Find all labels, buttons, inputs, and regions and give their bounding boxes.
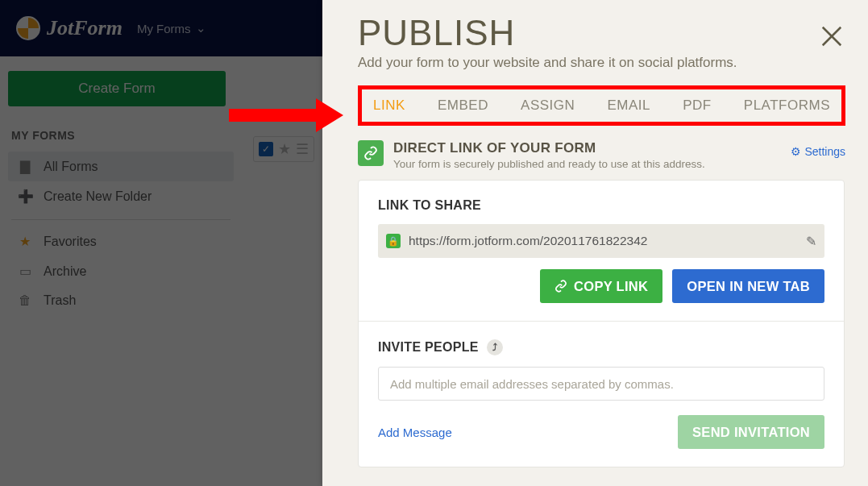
share-link-field[interactable]: 🔒 https://form.jotform.com/2020117618223… — [378, 224, 824, 258]
modal-backdrop[interactable] — [0, 0, 322, 486]
open-new-tab-button[interactable]: OPEN IN NEW TAB — [672, 269, 824, 303]
link-icon — [554, 280, 567, 293]
invite-email-input[interactable]: Add multiple email addresses separated b… — [378, 367, 824, 401]
close-button[interactable] — [820, 24, 844, 52]
tab-assign[interactable]: ASSIGN — [521, 98, 575, 114]
gear-icon: ⚙ — [791, 145, 801, 158]
close-icon — [820, 24, 844, 48]
upload-icon[interactable]: ⤴ — [487, 339, 503, 355]
send-invitation-button[interactable]: SEND INVITATION — [678, 415, 824, 449]
panel-subtitle: Add your form to your website and share … — [358, 55, 845, 71]
publish-tabstrip: LINK EMBED ASSIGN EMAIL PDF PLATFORMS — [358, 85, 845, 126]
link-badge-icon — [358, 140, 384, 166]
direct-link-subtitle: Your form is securely published and read… — [393, 158, 705, 170]
direct-link-title: DIRECT LINK OF YOUR FORM — [393, 140, 705, 156]
annotation-arrow — [229, 98, 348, 131]
link-icon — [363, 146, 378, 160]
link-to-share-heading: LINK TO SHARE — [378, 198, 824, 213]
tab-link[interactable]: LINK — [373, 98, 405, 114]
copy-link-button[interactable]: COPY LINK — [540, 269, 662, 303]
tab-embed[interactable]: EMBED — [438, 98, 488, 114]
share-url: https://form.jotform.com/202011761822342 — [409, 234, 798, 248]
edit-link-button[interactable]: ✎ — [806, 234, 816, 249]
direct-link-header: DIRECT LINK OF YOUR FORM Your form is se… — [358, 140, 845, 170]
add-message-link[interactable]: Add Message — [378, 426, 452, 439]
tab-email[interactable]: EMAIL — [607, 98, 650, 114]
lock-icon: 🔒 — [386, 234, 401, 248]
publish-panel: PUBLISH Add your form to your website an… — [322, 0, 868, 486]
panel-title: PUBLISH — [358, 13, 845, 53]
tab-platforms[interactable]: PLATFORMS — [744, 98, 830, 114]
settings-link[interactable]: ⚙ Settings — [791, 145, 845, 158]
tab-pdf[interactable]: PDF — [683, 98, 712, 114]
share-card: LINK TO SHARE 🔒 https://form.jotform.com… — [358, 180, 845, 467]
invite-people-heading: INVITE PEOPLE ⤴ — [378, 339, 824, 355]
